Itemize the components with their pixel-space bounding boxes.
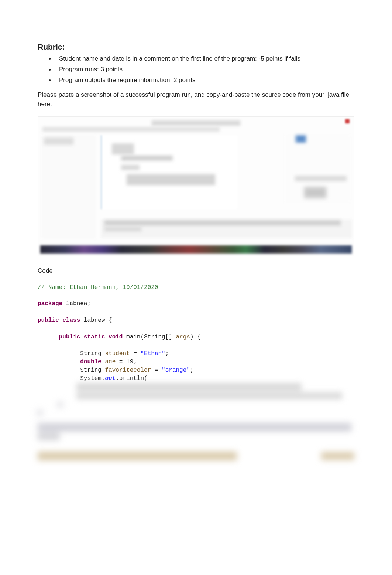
rubric-heading: Rubric: (38, 42, 354, 51)
ide-screenshot (38, 116, 354, 256)
kw-void: void (109, 334, 123, 340)
string-type: String (80, 367, 105, 374)
class-name: labnew { (80, 317, 112, 324)
println: .println( (116, 375, 147, 382)
rubric-item: Program outputs the require information:… (52, 75, 354, 86)
kw-public: public (59, 334, 80, 340)
favcolor-val: "orange" (162, 367, 190, 374)
args-var: args (176, 334, 190, 340)
instruction-text: Please paste a screenshot of a successfu… (38, 90, 354, 109)
rubric-item: Program runs: 3 points (52, 64, 354, 75)
kw-class: class (62, 317, 80, 324)
kw-package: package (38, 300, 62, 307)
code-comment: // Name: Ethan Hermann, 10/01/2020 (38, 284, 158, 291)
age-val: = 19; (116, 358, 137, 365)
favcolor-var: favoritecolor (105, 367, 151, 374)
blurred-paragraph (38, 423, 354, 440)
kw-double: double (80, 358, 102, 365)
student-var: student (105, 350, 130, 357)
age-var: age (102, 358, 116, 365)
main-sig: main(String[] (123, 334, 176, 340)
out: out (105, 375, 116, 382)
kw-public: public (38, 317, 59, 324)
source-code: // Name: Ethan Hermann, 10/01/2020 packa… (38, 283, 354, 383)
rubric-item: Student name and date is in a comment on… (52, 54, 354, 64)
rubric-list: Student name and date is in a comment on… (38, 54, 354, 86)
student-val: "Ethan" (140, 350, 165, 357)
kw-static: static (84, 334, 105, 340)
blurred-code-continuation (38, 383, 354, 416)
system: System. (80, 375, 105, 382)
blurred-footer (38, 452, 354, 460)
string-type: String (80, 350, 105, 357)
code-label: Code (38, 267, 354, 275)
package-name: labnew; (62, 300, 91, 307)
